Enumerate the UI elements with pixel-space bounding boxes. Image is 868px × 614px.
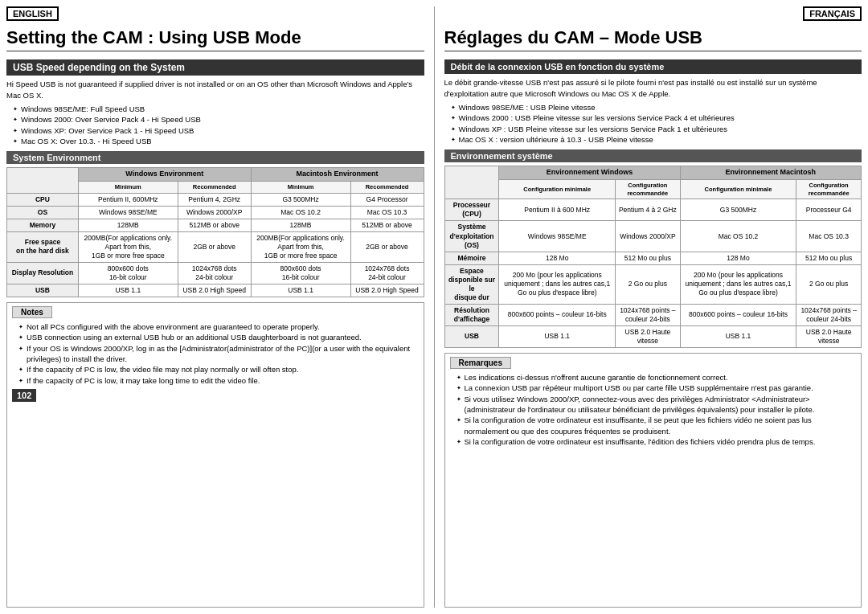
fr-config-min-2: Configuration minimale [680,179,796,199]
table-cell: 2GB or above [350,231,424,262]
table-row-label: Processeur (CPU) [444,199,499,221]
notes-bullet-item: Not all PCs configured with the above en… [18,321,419,332]
notes-bullet-item: If your OS is Windows 2000/XP, log in as… [18,343,419,365]
table-cell: USB 1.1 [499,325,616,347]
table-cell: Windows 98SE/ME [499,221,616,252]
fr-mac-env-header: Environnement Macintosh [680,166,861,180]
table-row-label: OS [7,206,79,219]
table-cell: Pentium II, 600MHz [78,193,178,206]
table-cell: 512 Mo ou plus [616,252,681,264]
table-cell: 128 Mo [499,252,616,264]
table-cell: Mac OS 10.2 [680,221,796,252]
table-cell: 200 Mo (pour les applications uniquement… [680,264,796,304]
table-cell: Windows 2000/XP [178,206,251,219]
english-title: Setting the CAM : Using USB Mode [6,27,424,51]
table-cell: Mac OS 10.3 [350,206,424,219]
mac-env-header: Macintosh Environment [251,168,424,182]
table-cell: 800x600 dots 16-bit colour [251,262,350,284]
table-row-label: Résolution d'affichage [444,304,499,325]
table-cell: USB 2.0 Haute vitesse [616,325,681,347]
english-notes-bullets: Not all PCs configured with the above en… [12,321,419,386]
table-row-label: Système d'exploitation (OS) [444,221,499,252]
table-row-label: USB [444,325,499,347]
table-cell: 128MB [251,219,350,231]
french-column: FRANÇAIS Réglages du CAM – Mode USB Débi… [444,6,862,608]
fr-config-rec-1: Configuration recommandée [616,179,681,199]
bullet-item: Mac OS X : version ultérieure à 10.3 - U… [451,134,862,145]
english-badge: ENGLISH [6,6,424,23]
table-cell: G4 Processor [350,193,424,206]
table-cell: 512 Mo ou plus [796,252,862,264]
page-number: 102 [12,389,36,402]
notes-bullet-item: Les indications ci-dessus n'offrent aucu… [457,372,857,383]
table-row-label: Mémoire [444,252,499,264]
table-cell: 800x600 points – couleur 16-bits [499,304,616,325]
notes-bullet-item: Si la configuration de votre ordinateur … [457,436,857,447]
win-min-header: Minimum [78,181,178,193]
table-cell: USB 2.0 High Speed [178,284,251,297]
table-row-label: Memory [7,219,79,231]
table-cell: G3 500MHz [251,193,350,206]
mac-min-header: Minimum [251,181,350,193]
table-cell: 1024x768 dots 24-bit colour [350,262,424,284]
english-usb-header: USB Speed depending on the System [6,59,424,76]
notes-bullet-item: If the capacity of PC is low, the video … [18,364,419,375]
bullet-item: Windows 98SE/ME: Full Speed USB [13,104,424,114]
table-cell: Mac OS 10.3 [796,221,862,252]
french-notes-bullets: Les indications ci-dessus n'offrent aucu… [450,372,857,447]
table-cell: 1024x768 dots 24-bit colour [178,262,251,284]
notes-bullet-item: La connexion USB par répéteur multiport … [457,383,857,393]
french-badge-container: FRANÇAIS [444,6,862,23]
table-cell: USB 1.1 [78,284,178,297]
french-sys-env-section: Environnement système Environnement Wind… [444,149,862,348]
english-usb-bullets: Windows 98SE/ME: Full Speed USB Windows … [6,104,424,146]
remarques-label: Remarques [450,357,511,369]
table-cell: 800x600 points – couleur 16-bits [680,304,796,325]
table-cell: 128MB [78,219,178,231]
table-row-label: CPU [7,193,79,206]
english-notes-box: Notes Not all PCs configured with the ab… [6,302,424,608]
table-row-label: Espace disponible sur le disque dur [444,264,499,304]
win-env-header: Windows Environment [78,168,251,182]
bullet-item: Windows XP : USB Pleine vitesse sur les … [451,124,862,134]
french-sys-env-header: Environnement système [444,149,862,162]
table-cell: 200 Mo (pour les applications uniquement… [499,264,616,304]
table-cell: Pentium II à 600 MHz [499,199,616,221]
table-cell: USB 2.0 High Speed [350,284,424,297]
table-cell: G3 500MHz [680,199,796,221]
notes-bullet-item: Si vous utilisez Windows 2000/XP, connec… [457,394,857,415]
table-cell: 1024x768 points – couleur 24-bits [616,304,681,325]
column-divider [434,6,435,608]
notes-bullet-item: USB connection using an external USB hub… [18,332,419,342]
fr-win-env-header: Environnement Windows [499,166,680,180]
table-cell: Mac OS 10.2 [251,206,350,219]
table-cell: 512MB or above [178,219,251,231]
mac-rec-header: Recommended [350,181,424,193]
notes-bullet-item: Si la configuration de votre ordinateur … [457,415,857,436]
table-cell: 1024x768 points – couleur 24-bits [796,304,862,325]
french-title: Réglages du CAM – Mode USB [444,27,862,51]
notes-bullet-item: If the capacity of PC is low, it may tak… [18,375,419,386]
table-cell: Windows 2000/XP [616,221,681,252]
table-row-label: Free space on the hard disk [7,231,79,262]
bullet-item: Windows 98SE/ME : USB Pleine vitesse [451,102,862,113]
french-badge: FRANÇAIS [803,6,862,21]
bullet-item: Windows 2000 : USB Pleine vitesse sur le… [451,113,862,123]
table-row-label: Display Resolution [7,262,79,284]
french-remarques-box: Remarques Les indications ci-dessus n'of… [444,353,862,608]
french-env-table: Environnement Windows Environnement Maci… [444,166,862,348]
english-usb-section: USB Speed depending on the System Hi Spe… [6,59,424,146]
table-cell: USB 1.1 [251,284,350,297]
table-cell: Windows 98SE/ME [78,206,178,219]
fr-config-min-1: Configuration minimale [499,179,616,199]
table-cell: USB 1.1 [680,325,796,347]
english-sys-env-section: System Environment Windows Environment M… [6,151,424,297]
table-cell: USB 2.0 Haute vitesse [796,325,862,347]
table-cell: 2 Go ou plus [796,264,862,304]
win-rec-header: Recommended [178,181,251,193]
table-cell: Pentium 4, 2GHz [178,193,251,206]
table-cell: 200MB(For applications only. Apart from … [78,231,178,262]
fr-config-rec-2: Configuration recommandée [796,179,862,199]
table-cell: 800x600 dots 16-bit colour [78,262,178,284]
english-intro: Hi Speed USB is not guaranteed if suppli… [6,79,424,100]
